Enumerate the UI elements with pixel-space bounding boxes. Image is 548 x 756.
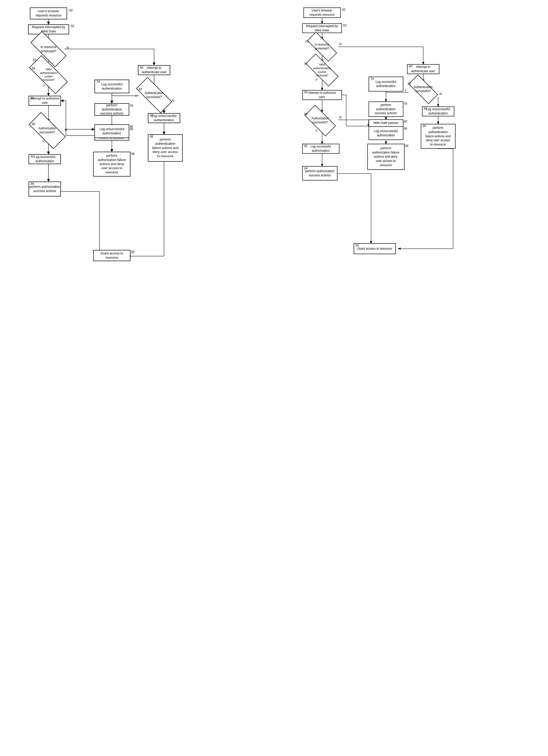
ref-56: 56 [304, 91, 307, 94]
main-flowchart: Y N Y Y N Y N User's browserrequests res… [276, 5, 465, 279]
label-64: 64 [150, 114, 153, 117]
svg-marker-43 [111, 149, 113, 152]
node-95: Grant access to resource [354, 243, 396, 254]
svg-marker-26 [111, 101, 113, 103]
node-54: Validauthenticationcookiereceived? [30, 66, 67, 83]
y-label-90: Y [42, 140, 44, 143]
svg-marker-10 [47, 93, 50, 96]
ref-76: 76 [404, 102, 407, 105]
svg-text:Y: Y [315, 129, 317, 133]
node-53: Is resourceprotected? [31, 41, 66, 57]
n-label-62: N [172, 99, 174, 102]
node-76: performauthenticationsuccess actions [94, 103, 129, 116]
ref-95: 95 [356, 244, 359, 247]
label-60: 60 [140, 66, 143, 69]
svg-marker-1 [47, 22, 50, 24]
ref-60: 60 [409, 65, 412, 68]
ref-64: 64 [424, 107, 427, 110]
svg-marker-36 [47, 152, 50, 154]
node-50: User's browserrequests resource [303, 7, 341, 18]
svg-marker-38 [47, 179, 50, 182]
node-62: Authenticationsuccessful? [406, 82, 441, 97]
node-95: Grant access toresource [93, 250, 131, 261]
node-96: Log unsuccessfulauthorization [94, 124, 129, 138]
node-90: Authorizationsuccessful? [302, 112, 338, 129]
label-92: 92 [31, 155, 34, 158]
y-label-62: Y [135, 95, 137, 98]
node-98: performauthorization failureactions and … [367, 144, 405, 170]
svg-marker-19 [163, 111, 165, 113]
ref-96: 96 [404, 127, 407, 130]
node-56: Attempt to authorizeuser [302, 90, 342, 100]
svg-text:Y: Y [315, 78, 317, 82]
svg-marker-32 [61, 99, 63, 102]
label-96: 96 [130, 125, 133, 128]
svg-marker-34 [92, 128, 94, 131]
node-98: performauthorization failureactions and … [93, 152, 131, 177]
ref-98: 98 [405, 144, 408, 148]
flowchart-diagram: User's browserrequests resource 50 Reque… [5, 5, 199, 269]
node-52: Request intercepted byWeb Gate [28, 24, 69, 34]
ref-52: 52 [343, 24, 346, 27]
ref-66: 66 [423, 124, 426, 128]
n-label-53: N [67, 46, 69, 49]
label-98: 98 [131, 152, 134, 156]
label-90: 90 [32, 122, 35, 126]
label-52: 52 [71, 24, 74, 28]
y-label-54: Y [43, 84, 45, 88]
node-66: performauthenticationfailure actions and… [148, 134, 183, 162]
node-76: performauthenticationsuccess actions [368, 101, 403, 117]
label-95: 95 [131, 250, 134, 254]
node-50: User's browserrequests resource [30, 7, 67, 19]
svg-marker-21 [163, 132, 165, 134]
label-74: 74 [96, 80, 100, 84]
label-76: 76 [130, 104, 133, 107]
node-96: Log unsuccessfulauthorization [368, 126, 403, 140]
label-66: 66 [150, 135, 153, 138]
node-52: Request intercepted byWeb Gate [302, 23, 342, 33]
ref-50: 50 [342, 8, 345, 11]
label-56: 56 [31, 96, 34, 100]
ref-74: 74 [370, 77, 374, 81]
ref-94: 94 [304, 167, 307, 170]
node-53: Is resourceprotected? [303, 39, 341, 54]
label-62: 62 [139, 88, 142, 91]
label-50: 50 [69, 9, 72, 12]
svg-text:N: N [339, 115, 342, 119]
label-94: 94 [31, 182, 34, 186]
ref-80: 80 [404, 120, 407, 123]
n-label-90: N [65, 128, 67, 132]
ref-92: 92 [304, 144, 307, 148]
node-92: Log successfulauthorization [302, 144, 339, 154]
label-54: 54 [32, 67, 35, 70]
node-54: Validauthenticationcookiereceived? [302, 62, 342, 78]
svg-marker-8 [153, 63, 155, 65]
